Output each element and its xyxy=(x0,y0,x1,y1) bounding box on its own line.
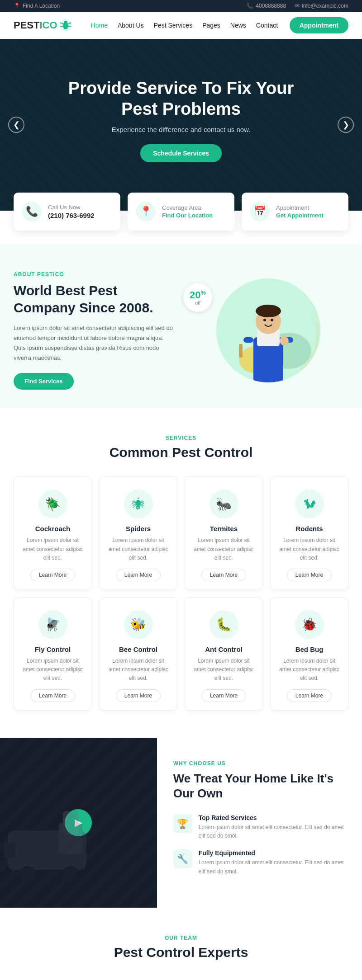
info-cards: 📞 Call Us Now (210) 763-6992 📍 Coverage … xyxy=(0,193,362,231)
service-icon-7: 🐞 xyxy=(295,610,324,639)
services-tag: SERVICES xyxy=(14,435,348,441)
info-card-phone-content: Call Us Now (210) 763-6992 xyxy=(48,204,95,219)
service-card-spiders: 🕷 Spiders Lorem ipsum dolor sit amet con… xyxy=(99,476,177,590)
why-title: We Treat Your Home Like It's Our Own xyxy=(173,771,346,802)
service-card-bed-bug: 🐞 Bed Bug Lorem ipsum dolor sit amet con… xyxy=(270,597,348,711)
about-section: ABOUT PESTICO World Best Pest Company Si… xyxy=(0,244,362,408)
service-name-2: Termites xyxy=(192,525,255,532)
coverage-card-label: Coverage Area xyxy=(162,204,213,211)
why-feature-2-content: Fully Equipmented Lorem ipsum dolor sit … xyxy=(199,849,346,876)
service-name-0: Cockroach xyxy=(21,525,84,532)
service-card-termites: 🐜 Termites Lorem ipsum dolor sit amet co… xyxy=(185,476,263,590)
nav-about[interactable]: About Us xyxy=(118,22,144,29)
svg-point-15 xyxy=(271,319,273,321)
top-rated-icon: 🏆 xyxy=(173,814,192,833)
worker-illustration xyxy=(221,287,316,382)
service-desc-1: Lorem ipsum dolor sit amet consectetur a… xyxy=(107,536,170,562)
info-card-phone: 📞 Call Us Now (210) 763-6992 xyxy=(14,193,120,231)
hero-next-arrow[interactable]: ❯ xyxy=(338,117,354,133)
svg-point-23 xyxy=(63,866,79,881)
phone-card-value: (210) 763-6992 xyxy=(48,212,95,219)
location-icon: 📍 xyxy=(14,3,20,9)
nav-links: Home About Us Pest Services Pages News C… xyxy=(91,22,290,29)
about-image-circle xyxy=(216,278,320,382)
why-right-content: WHY CHOOSE US We Treat Your Home Like It… xyxy=(157,738,362,908)
service-learn-more-0[interactable]: Learn More xyxy=(30,569,75,581)
service-name-3: Rodents xyxy=(278,525,341,532)
service-card-fly-control: 🪰 Fly Control Lorem ipsum dolor sit amet… xyxy=(14,597,92,711)
service-learn-more-2[interactable]: Learn More xyxy=(201,569,246,581)
hero-prev-arrow[interactable]: ❮ xyxy=(8,117,24,133)
hero-section: ❮ Provide Service To Fix Your Pest Probl… xyxy=(0,39,362,211)
service-learn-more-6[interactable]: Learn More xyxy=(201,689,246,702)
svg-point-22 xyxy=(19,866,35,881)
hero-cta-button[interactable]: Schedule Services xyxy=(140,144,222,162)
about-desc: Lorem ipsum dolor sit amet consectetur a… xyxy=(14,323,174,363)
nav-news[interactable]: News xyxy=(230,22,246,29)
service-desc-7: Lorem ipsum dolor sit amet consectetur a… xyxy=(278,657,341,683)
service-name-6: Ant Control xyxy=(192,645,255,653)
appointment-card-icon: 📅 xyxy=(250,202,270,221)
top-bar: 📍 Find A Location 📞 4008888888 ✉ info@ex… xyxy=(0,0,362,12)
service-name-4: Fly Control xyxy=(21,645,84,653)
email-icon: ✉ xyxy=(295,3,300,9)
nav-pages[interactable]: Pages xyxy=(202,22,220,29)
service-learn-more-4[interactable]: Learn More xyxy=(30,689,75,702)
phone-text: 4008888888 xyxy=(256,3,286,9)
svg-point-13 xyxy=(256,305,281,317)
logo: PESTICO xyxy=(14,18,73,33)
svg-rect-25 xyxy=(63,811,79,834)
discount-percent: 20% xyxy=(190,290,206,300)
why-section: ▶ WHY CHOOSE US We Treat Your Home Like … xyxy=(0,738,362,908)
nav-pest-services[interactable]: Pest Services xyxy=(154,22,193,29)
service-learn-more-3[interactable]: Learn More xyxy=(287,569,332,581)
service-icon-6: 🐛 xyxy=(210,610,238,639)
why-feature-2-desc: Lorem ipsum dolor sit amet elit consecte… xyxy=(199,858,346,876)
appointment-button[interactable]: Appointment xyxy=(290,17,348,33)
phone-card-icon: 📞 xyxy=(22,202,42,221)
nav-contact[interactable]: Contact xyxy=(256,22,278,29)
service-card-ant-control: 🐛 Ant Control Lorem ipsum dolor sit amet… xyxy=(185,597,263,711)
about-right: 20% off xyxy=(188,278,348,382)
about-tag: ABOUT PESTICO xyxy=(14,271,174,278)
coverage-card-link[interactable]: Find Our Location xyxy=(162,212,213,219)
services-title: Common Pest Control xyxy=(14,445,348,460)
logo-bug-icon xyxy=(58,18,73,33)
svg-point-14 xyxy=(263,319,266,321)
team-section: OUR TEAM Pest Control Experts xyxy=(0,908,362,980)
service-desc-2: Lorem ipsum dolor sit amet consectetur a… xyxy=(192,536,255,562)
service-learn-more-1[interactable]: Learn More xyxy=(116,569,161,581)
why-bg-illustration xyxy=(0,738,157,908)
phone-icon: 📞 xyxy=(247,3,253,9)
about-find-services-button[interactable]: Find Services xyxy=(14,373,74,390)
why-feature-1: 🏆 Top Rated Services Lorem ipsum dolor s… xyxy=(173,814,346,840)
service-learn-more-5[interactable]: Learn More xyxy=(116,689,161,702)
logo-pest: PEST xyxy=(14,19,39,31)
service-name-1: Spiders xyxy=(107,525,170,532)
service-learn-more-7[interactable]: Learn More xyxy=(287,689,332,702)
hero-subtitle: Experience the difference and contact us… xyxy=(112,126,251,133)
service-card-bee-control: 🐝 Bee Control Lorem ipsum dolor sit amet… xyxy=(99,597,177,711)
service-desc-3: Lorem ipsum dolor sit amet consectetur a… xyxy=(278,536,341,562)
service-icon-1: 🕷 xyxy=(124,490,153,518)
nav-home[interactable]: Home xyxy=(91,22,108,29)
team-tag: OUR TEAM xyxy=(14,935,348,941)
phone-card-label: Call Us Now xyxy=(48,204,95,211)
service-desc-0: Lorem ipsum dolor sit amet consectetur a… xyxy=(21,536,84,562)
services-grid: 🪲 Cockroach Lorem ipsum dolor sit amet c… xyxy=(14,476,348,710)
svg-point-18 xyxy=(280,336,289,345)
appointment-card-link[interactable]: Get Appointment xyxy=(276,212,324,219)
team-title: Pest Control Experts xyxy=(14,945,348,960)
about-left: ABOUT PESTICO World Best Pest Company Si… xyxy=(14,271,174,390)
service-icon-0: 🪲 xyxy=(38,490,67,518)
top-bar-location: 📍 Find A Location xyxy=(14,3,60,9)
fully-equipmented-icon: 🔧 xyxy=(173,849,192,868)
why-feature-1-desc: Lorem ipsum dolor sit amet elit consecte… xyxy=(199,823,346,840)
top-bar-phone: 📞 4008888888 xyxy=(247,3,286,9)
service-desc-4: Lorem ipsum dolor sit amet consectetur a… xyxy=(21,657,84,683)
info-card-coverage: 📍 Coverage Area Find Our Location xyxy=(128,193,234,231)
location-text: Find A Location xyxy=(23,3,60,9)
why-feature-2-title: Fully Equipmented xyxy=(199,849,346,857)
service-card-rodents: 🐿 Rodents Lorem ipsum dolor sit amet con… xyxy=(270,476,348,590)
hero-title: Provide Service To Fix Your Pest Problem… xyxy=(54,78,308,119)
